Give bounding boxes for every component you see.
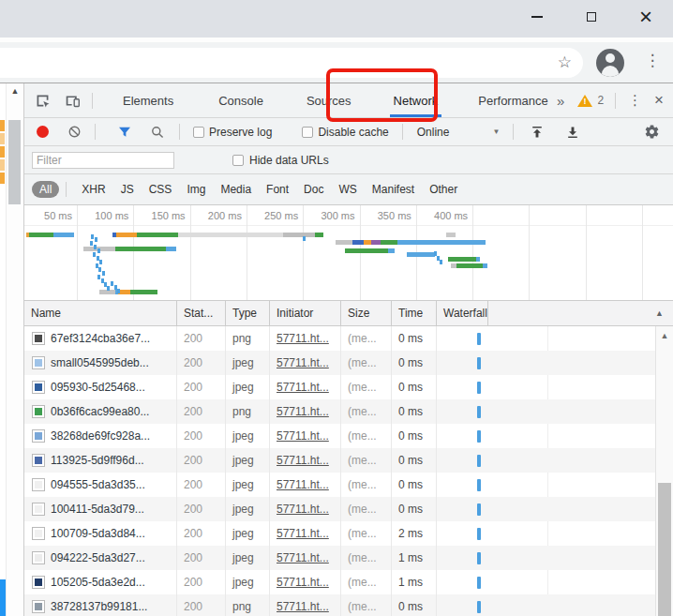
table-row[interactable]: 094222-5da3d27...200jpeg57711.ht...(me..… [24, 546, 655, 570]
table-row[interactable]: small0545995deb...200jpeg57711.ht...(me.… [24, 351, 655, 375]
column-header-type[interactable]: Type [226, 301, 270, 325]
inspect-element-button[interactable] [33, 91, 52, 110]
disable-cache-checkbox[interactable] [302, 127, 313, 138]
table-row[interactable]: 113925-5d9ff96d...200jpeg57711.ht...(me.… [24, 448, 655, 473]
minimize-button[interactable] [510, 0, 564, 34]
type-filter-other[interactable]: Other [429, 183, 457, 196]
cell-name[interactable]: 67ef3124cba36e7... [24, 326, 177, 351]
initiator-link[interactable]: 57711.ht... [277, 454, 329, 467]
throttling-select[interactable]: Online [417, 126, 450, 139]
filter-toggle-button[interactable] [115, 123, 134, 142]
initiator-link[interactable]: 57711.ht... [277, 576, 329, 589]
column-header-stat[interactable]: Stat... [177, 301, 226, 325]
table-row[interactable]: 38728137b99181...200png57711.ht...(me...… [24, 594, 655, 616]
table-row[interactable]: 100411-5da3d79...200jpeg57711.ht...(me..… [24, 497, 655, 521]
initiator-link[interactable]: 57711.ht... [277, 332, 329, 345]
close-window-button[interactable]: × [619, 0, 673, 34]
cell-name[interactable]: 113925-5d9ff96d... [24, 448, 177, 473]
devtools-menu-icon[interactable]: ⋮ [628, 92, 642, 109]
tab-sources[interactable]: Sources [301, 83, 357, 117]
column-header-waterfall[interactable]: Waterfall [437, 301, 488, 325]
window-titlebar: × [0, 0, 673, 38]
page-scrollbar[interactable]: ▲ [6, 83, 23, 616]
type-filter-css[interactable]: CSS [149, 183, 172, 196]
initiator-link[interactable]: 57711.ht... [277, 405, 329, 418]
page-scrollbar-thumb[interactable] [8, 120, 21, 204]
column-header-time[interactable]: Time [392, 301, 437, 325]
initiator-link[interactable]: 57711.ht... [277, 527, 329, 540]
settings-button[interactable] [642, 123, 661, 142]
device-toolbar-button[interactable] [63, 91, 82, 110]
hide-data-urls-checkbox[interactable] [232, 155, 244, 166]
page-scrollbar-up-icon[interactable]: ▲ [7, 86, 23, 96]
browser-menu-icon[interactable]: ⋮ [641, 51, 664, 70]
column-header-name[interactable]: Name [24, 301, 177, 325]
initiator-link[interactable]: 57711.ht... [277, 551, 329, 564]
type-filter-img[interactable]: Img [187, 183, 205, 196]
record-button[interactable] [37, 126, 49, 138]
export-har-button[interactable] [563, 123, 582, 142]
search-button[interactable] [148, 123, 167, 142]
type-filter-xhr[interactable]: XHR [82, 183, 105, 196]
table-row[interactable]: 095930-5d25468...200jpeg57711.ht...(me..… [24, 375, 655, 399]
warning-icon[interactable] [577, 95, 592, 107]
cell-name[interactable]: 0b36f6cac99ea80... [24, 399, 177, 424]
filter-input[interactable] [32, 152, 174, 169]
initiator-link[interactable]: 57711.ht... [277, 600, 329, 613]
cell-name[interactable]: 38728137b99181... [24, 594, 177, 616]
bookmark-star-icon[interactable]: ☆ [558, 53, 572, 72]
disable-cache-label[interactable]: Disable cache [318, 126, 388, 139]
cell-name[interactable]: small0545995deb... [24, 351, 177, 375]
initiator-link[interactable]: 57711.ht... [277, 429, 329, 443]
devtools-close-icon[interactable]: × [654, 91, 664, 110]
table-row[interactable]: 38268de69fc928a...200jpeg57711.ht...(me.… [24, 424, 655, 448]
table-row[interactable]: 67ef3124cba36e7...200png57711.ht...(me..… [24, 326, 655, 351]
cell-name[interactable]: 100709-5da3d84... [24, 521, 177, 546]
tab-network[interactable]: Network [388, 83, 444, 117]
network-overview[interactable]: 50 ms100 ms150 ms200 ms250 ms300 ms350 m… [24, 205, 673, 301]
cell-name[interactable]: 100411-5da3d79... [24, 497, 177, 521]
column-header-size[interactable]: Size [341, 301, 392, 325]
cell-name[interactable]: 105205-5da3e2d... [24, 570, 177, 594]
profile-avatar[interactable] [596, 49, 624, 77]
import-har-button[interactable] [528, 123, 546, 142]
type-filter-media[interactable]: Media [220, 183, 251, 196]
sort-ascending-icon[interactable]: ▲ [655, 308, 664, 318]
more-tabs-icon[interactable]: » [557, 93, 564, 109]
clear-button[interactable] [65, 123, 83, 142]
cell-name[interactable]: 38268de69fc928a... [24, 424, 177, 448]
initiator-link[interactable]: 57711.ht... [277, 356, 329, 369]
type-filter-doc[interactable]: Doc [304, 183, 323, 196]
file-thumbnail-icon [32, 551, 45, 564]
table-row[interactable]: 094555-5da3d35...200jpeg57711.ht...(me..… [24, 473, 655, 497]
tab-performance[interactable]: Performance [472, 83, 553, 117]
cell-name[interactable]: 094555-5da3d35... [24, 473, 177, 497]
type-filter-font[interactable]: Font [266, 183, 289, 196]
initiator-link[interactable]: 57711.ht... [277, 478, 329, 491]
hide-data-urls-label[interactable]: Hide data URLs [249, 154, 329, 167]
initiator-link[interactable]: 57711.ht... [277, 503, 329, 516]
tab-console[interactable]: Console [213, 83, 269, 117]
chevron-down-icon[interactable]: ▼ [492, 128, 500, 136]
table-scrollbar-up-icon[interactable]: ▲ [656, 331, 673, 340]
address-bar[interactable]: ☆ [0, 48, 583, 78]
preserve-log-label[interactable]: Preserve log [209, 126, 272, 139]
preserve-log-checkbox[interactable] [193, 127, 204, 138]
table-scrollbar[interactable]: ▲ [655, 326, 673, 616]
cell-size: (me... [341, 326, 392, 351]
type-filter-js[interactable]: JS [121, 183, 134, 196]
type-filter-ws[interactable]: WS [338, 183, 356, 196]
tab-elements[interactable]: Elements [117, 83, 179, 117]
column-header-initiator[interactable]: Initiator [270, 301, 341, 325]
cell-name[interactable]: 095930-5d25468... [24, 375, 177, 399]
warning-count[interactable]: 2 [597, 94, 604, 107]
initiator-link[interactable]: 57711.ht... [277, 381, 329, 394]
restore-button[interactable] [564, 0, 619, 34]
type-filter-manifest[interactable]: Manifest [372, 183, 414, 196]
table-row[interactable]: 100709-5da3d84...200jpeg57711.ht...(me..… [24, 521, 655, 546]
cell-name[interactable]: 094222-5da3d27... [24, 546, 177, 570]
table-row[interactable]: 0b36f6cac99ea80...200png57711.ht...(me..… [24, 399, 655, 424]
table-row[interactable]: 105205-5da3e2d...200jpeg57711.ht...(me..… [24, 570, 655, 594]
type-filter-all[interactable]: All [32, 181, 59, 198]
table-scrollbar-thumb[interactable] [658, 483, 671, 616]
